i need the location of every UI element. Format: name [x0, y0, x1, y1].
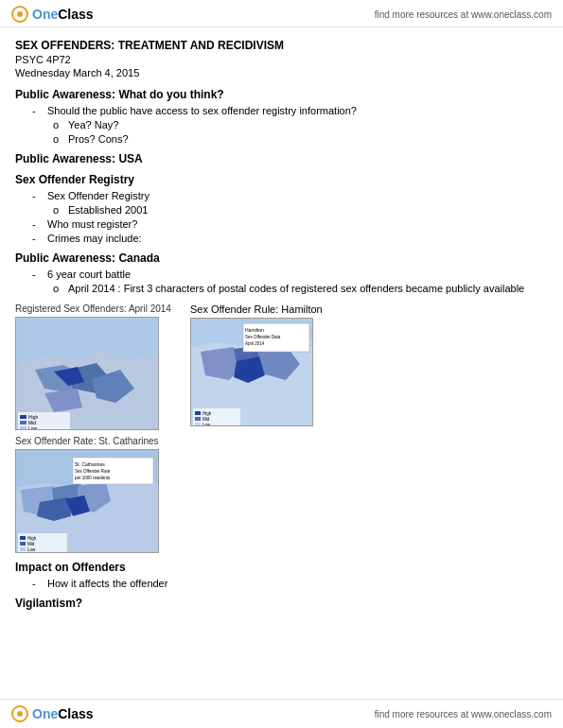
footer-logo-icon [11, 705, 28, 722]
bullet-text: Pros? Cons? [68, 133, 129, 145]
list-item: - Who must register? [32, 218, 548, 230]
bullet-marker: - [32, 190, 47, 201]
logo-text: OneClass [32, 7, 94, 22]
svg-point-1 [17, 11, 23, 17]
bullet-text: April 2014 : First 3 characters of posta… [68, 283, 524, 294]
map-left-label: Registered Sex Offenders: April 2014 [15, 303, 171, 314]
svg-text:Mid: Mid [202, 417, 210, 422]
list-item: - 6 year court battle [32, 269, 548, 280]
document-title: SEX OFFENDERS: TREATMENT AND RECIDIVISM [15, 39, 548, 52]
svg-text:Hamilton: Hamilton [245, 327, 264, 333]
svg-rect-29 [195, 411, 201, 415]
logo: OneClass [11, 6, 94, 23]
svg-text:per 1000 residents: per 1000 residents [75, 476, 111, 480]
bullet-marker: o [53, 133, 68, 145]
map-left-image: High Mid Low [15, 317, 159, 430]
map-left: Registered Sex Offenders: April 2014 [15, 303, 171, 430]
list-item: - Crimes may include: [32, 233, 548, 244]
list-item: - Sex Offender Registry [32, 190, 548, 201]
list-item: o Established 2001 [53, 204, 548, 216]
map-right-title: Sex Offender Rule: Hamilton [190, 303, 323, 315]
svg-text:Low: Low [27, 547, 36, 552]
footer-logo-text: OneClass [32, 706, 94, 721]
bullet-text: Established 2001 [68, 204, 148, 216]
svg-text:Sex Offender Data: Sex Offender Data [245, 335, 281, 339]
main-content: SEX OFFENDERS: TREATMENT AND RECIDIVISM … [0, 27, 563, 661]
section-heading-1: Public Awareness: What do you think? [15, 88, 548, 101]
document-course: PSYC 4P72 [15, 54, 548, 65]
bullet-marker: - [32, 105, 47, 116]
bullet-text: Yea? Nay? [68, 119, 118, 130]
map-bottom-section: Sex Offender Rate: St. Catharines St. Ca… [15, 436, 548, 553]
list-item: o April 2014 : First 3 characters of pos… [53, 283, 548, 294]
bullet-marker: - [32, 218, 47, 230]
section-heading-3: Sex Offender Registry [15, 173, 548, 186]
section-heading-4: Public Awareness: Canada [15, 251, 548, 265]
svg-text:High: High [202, 411, 212, 416]
bullet-text: 6 year court battle [47, 269, 131, 280]
bullet-text: Who must register? [47, 218, 137, 230]
bullet-text: How it affects the offender [47, 578, 167, 589]
page-header: OneClass find more resources at www.onec… [0, 0, 563, 27]
bullet-text: Should the public have access to sex off… [47, 105, 357, 116]
section-heading-vigilantism: Vigilantism? [15, 597, 548, 610]
bullet-text: Crimes may include: [47, 233, 142, 244]
map-bottom-label: Sex Offender Rate: St. Catharines [15, 436, 548, 446]
bullet-text: Sex Offender Registry [47, 190, 150, 201]
bullet-marker: - [32, 578, 47, 589]
svg-text:Low: Low [28, 425, 38, 430]
bullet-marker: o [53, 119, 68, 130]
map-bottom: Sex Offender Rate: St. Catharines St. Ca… [15, 436, 548, 553]
logo-icon [11, 6, 28, 23]
svg-rect-11 [20, 415, 26, 419]
page-footer: OneClass find more resources at www.onec… [0, 699, 563, 728]
maps-row-1: Registered Sex Offenders: April 2014 [15, 303, 548, 430]
bullet-marker: o [53, 283, 68, 294]
svg-rect-50 [20, 547, 26, 551]
map-right: Sex Offender Rule: Hamilton Ham [190, 303, 323, 426]
document-date: Wednesday March 4, 2015 [15, 67, 548, 78]
list-item: - Should the public have access to sex o… [32, 105, 548, 116]
list-item: o Pros? Cons? [53, 133, 548, 145]
section-heading-2: Public Awareness: USA [15, 152, 548, 165]
map-right-image: Hamilton Sex Offender Data April 2014 Hi… [190, 318, 313, 426]
svg-point-55 [17, 711, 23, 717]
svg-rect-31 [195, 423, 201, 426]
map-bottom-image: St. Catharines Sex Offender Rate per 100… [15, 449, 159, 553]
svg-rect-13 [20, 426, 26, 430]
svg-text:April 2014: April 2014 [245, 341, 265, 346]
header-tagline: find more resources at www.oneclass.com [375, 9, 552, 20]
svg-text:Low: Low [202, 423, 211, 426]
svg-rect-12 [20, 421, 26, 425]
section-heading-impact: Impact on Offenders [15, 561, 548, 574]
footer-tagline: find more resources at www.oneclass.com [375, 709, 552, 719]
svg-rect-49 [20, 542, 26, 546]
svg-text:Mid: Mid [27, 542, 35, 546]
svg-rect-48 [20, 536, 26, 540]
svg-text:St. Catharines: St. Catharines [75, 461, 105, 467]
list-item: - How it affects the offender [32, 578, 548, 589]
bullet-marker: - [32, 269, 47, 280]
svg-text:Sex Offender Rate: Sex Offender Rate [75, 469, 111, 474]
svg-rect-30 [195, 417, 201, 421]
bullet-marker: - [32, 233, 47, 244]
bullet-marker: o [53, 204, 68, 216]
list-item: o Yea? Nay? [53, 119, 548, 130]
footer-logo: OneClass [11, 705, 94, 722]
svg-text:High: High [27, 536, 37, 541]
